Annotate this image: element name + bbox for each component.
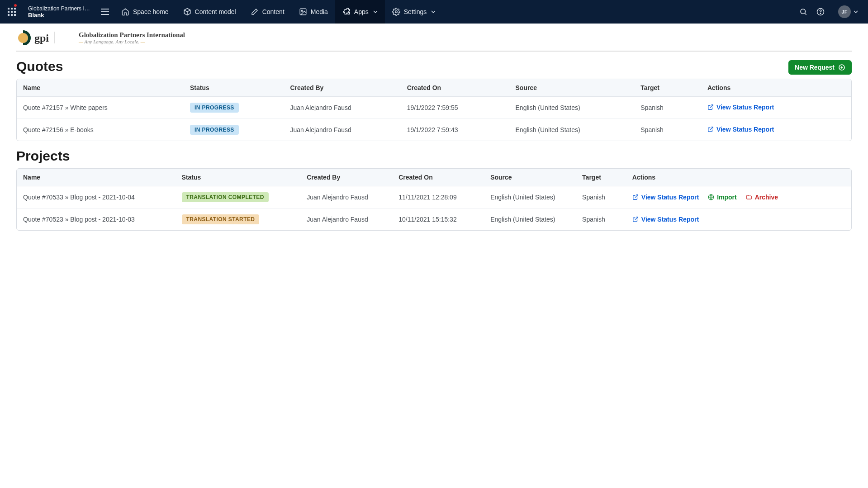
cell-name: Quote #70533 » Blog post - 2021-10-04: [17, 186, 175, 208]
nav-media[interactable]: Media: [292, 0, 335, 24]
svg-point-1: [301, 10, 303, 11]
cell-target: Spanish: [634, 118, 701, 141]
projects-title: Projects: [16, 148, 852, 164]
avatar: JF: [838, 5, 851, 18]
page: gpi Globalization Partners International…: [0, 24, 868, 256]
globe-icon: [708, 194, 714, 200]
view-status-report-link[interactable]: View Status Report: [707, 126, 774, 133]
home-icon: [121, 8, 129, 16]
svg-text:gpi: gpi: [34, 32, 49, 44]
cell-actions: View Status Report: [701, 97, 851, 118]
cell-created-on: 11/11/2021 12:28:09: [392, 186, 484, 208]
cell-source: English (United States): [509, 97, 635, 118]
view-status-report-link[interactable]: View Status Report: [707, 104, 774, 111]
col-name: Name: [17, 169, 175, 186]
edit-icon: [251, 8, 259, 16]
space-selector[interactable]: Globalization Partners Interna... Blank: [24, 0, 96, 24]
cell-created-by: Juan Alejandro Fausd: [300, 208, 392, 230]
user-menu[interactable]: JF: [834, 5, 863, 18]
gpi-logo: gpi: [16, 30, 71, 45]
cell-source: English (United States): [484, 186, 576, 208]
status-badge: TRANSLATION STARTED: [182, 214, 260, 224]
col-created-by: Created By: [300, 169, 392, 186]
import-link[interactable]: Import: [708, 194, 737, 201]
new-request-button[interactable]: New Request: [788, 60, 852, 75]
brand-tagline: — Any Language. Any Locale. —: [79, 39, 185, 44]
external-link-icon: [632, 194, 639, 200]
topbar-right: JF: [799, 0, 868, 24]
cell-name: Quote #72157 » White papers: [17, 97, 184, 118]
search-icon: [799, 8, 807, 16]
cell-created-by: Juan Alejandro Fausd: [284, 118, 400, 141]
notification-dot-icon: [14, 4, 17, 7]
projects-table-header: Name Status Created By Created On Source…: [17, 169, 851, 186]
chevron-down-icon: [431, 10, 436, 13]
nav-label: Settings: [404, 8, 427, 15]
brand-text: Globalization Partners International — A…: [79, 31, 185, 44]
gear-icon: [392, 8, 400, 16]
nav-label: Media: [311, 8, 328, 15]
puzzle-icon: [342, 8, 351, 16]
svg-point-6: [18, 33, 28, 43]
archive-link[interactable]: Archive: [746, 194, 778, 201]
cell-actions: View Status Report: [626, 208, 851, 230]
cell-name: Quote #70523 » Blog post - 2021-10-03: [17, 208, 175, 230]
cell-created-by: Juan Alejandro Fausd: [284, 97, 400, 118]
status-badge: TRANSLATION COMPLETED: [182, 192, 269, 202]
quotes-title: Quotes: [16, 59, 63, 74]
external-link-icon: [707, 126, 714, 133]
help-button[interactable]: [816, 8, 825, 16]
topbar: Globalization Partners Interna... Blank …: [0, 0, 868, 24]
cell-status: IN PROGRESS: [184, 97, 284, 118]
col-source: Source: [509, 79, 635, 97]
chevron-down-icon: [373, 10, 378, 13]
col-name: Name: [17, 79, 184, 97]
col-target: Target: [634, 79, 701, 97]
quotes-table: Name Status Created By Created On Source…: [16, 79, 852, 141]
col-source: Source: [484, 169, 576, 186]
cell-source: English (United States): [509, 118, 635, 141]
new-request-label: New Request: [795, 64, 835, 71]
table-row: Quote #72156 » E-booksIN PROGRESSJuan Al…: [17, 118, 851, 141]
chevron-down-icon: [854, 10, 858, 13]
table-row: Quote #72157 » White papersIN PROGRESSJu…: [17, 97, 851, 118]
app-switcher[interactable]: [0, 0, 24, 24]
table-row: Quote #70533 » Blog post - 2021-10-04TRA…: [17, 186, 851, 208]
gpi-logo-icon: gpi: [16, 30, 71, 45]
view-status-report-link[interactable]: View Status Report: [632, 194, 699, 201]
folder-icon: [746, 194, 752, 200]
cell-target: Spanish: [576, 186, 626, 208]
image-icon: [299, 8, 307, 16]
view-status-report-link[interactable]: View Status Report: [632, 216, 699, 223]
help-icon: [816, 8, 825, 16]
quotes-table-header: Name Status Created By Created On Source…: [17, 79, 851, 97]
cell-created-on: 10/11/2021 15:15:32: [392, 208, 484, 230]
nav-label: Content: [262, 8, 285, 15]
search-button[interactable]: [799, 8, 807, 16]
cell-target: Spanish: [634, 97, 701, 118]
nav-space-home[interactable]: Space home: [114, 0, 176, 24]
nav-apps[interactable]: Apps: [335, 0, 385, 24]
plus-circle-icon: [838, 64, 845, 71]
svg-point-3: [801, 9, 806, 14]
col-created-on: Created On: [401, 79, 509, 97]
cell-created-by: Juan Alejandro Fausd: [300, 186, 392, 208]
nav-settings[interactable]: Settings: [385, 0, 443, 24]
brand-title: Globalization Partners International: [79, 31, 185, 39]
space-name: Globalization Partners Interna...: [28, 5, 91, 12]
cell-status: IN PROGRESS: [184, 118, 284, 141]
external-link-icon: [632, 216, 639, 223]
cell-actions: View Status Report Import Archive: [626, 186, 851, 208]
brand-tagline-text: Any Language. Any Locale.: [84, 39, 139, 44]
svg-point-5: [820, 13, 821, 14]
menu-toggle[interactable]: [96, 0, 114, 24]
external-link-icon: [707, 104, 714, 110]
nav-content[interactable]: Content: [243, 0, 292, 24]
space-env: Blank: [28, 12, 91, 19]
cube-icon: [183, 8, 191, 16]
nav-content-model[interactable]: Content model: [176, 0, 243, 24]
projects-table: Name Status Created By Created On Source…: [16, 168, 852, 231]
apps-grid-icon: [8, 8, 16, 16]
cell-created-on: 19/1/2022 7:59:43: [401, 118, 509, 141]
col-target: Target: [576, 169, 626, 186]
